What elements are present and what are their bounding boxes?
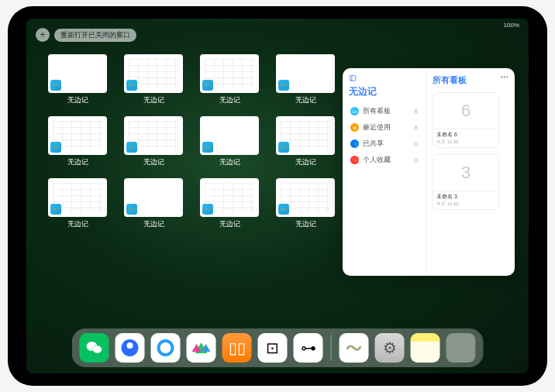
item-count: 8 (414, 108, 418, 115)
board-name: 未命名 3 (436, 193, 495, 201)
dock-app-qqbrowser[interactable] (151, 333, 181, 363)
more-icon[interactable]: ••• (500, 73, 508, 81)
sidebar-item-label: 所有看板 (363, 106, 391, 116)
app-thumbnail[interactable]: 无边记 (276, 116, 335, 167)
category-icon: 👥 (350, 139, 359, 148)
thumbnail-preview (200, 116, 259, 155)
popup-content: ••• 所有看板 6未命名 6今天 11:253未命名 3今天 11:20 (426, 68, 515, 276)
top-controls: + 重新打开已关闭的窗口 (36, 28, 136, 42)
freeform-icon (50, 142, 61, 153)
app-label: 无边记 (295, 157, 316, 167)
freeform-icon (278, 80, 289, 91)
item-count: 0 (414, 140, 418, 148)
thumbnail-preview (124, 178, 183, 217)
app-label: 无边记 (143, 95, 164, 105)
sidebar-item[interactable]: 👥已共享0 (349, 136, 419, 152)
app-thumbnail[interactable]: 无边记 (48, 178, 107, 229)
freeform-icon (126, 142, 137, 153)
reopen-closed-window-button[interactable]: 重新打开已关闭的窗口 (54, 29, 136, 42)
dock-app-qqhd[interactable] (115, 333, 145, 363)
sidebar-item-label: 最近使用 (363, 122, 391, 132)
app-thumbnail[interactable]: 无边记 (200, 116, 259, 167)
category-icon: ● (350, 123, 359, 132)
app-label: 无边记 (219, 157, 240, 167)
board-meta: 未命名 3今天 11:20 (433, 191, 498, 209)
dock-app-books[interactable]: ▯▯ (222, 333, 252, 363)
dock-app-iqiyi[interactable] (187, 333, 216, 363)
thumbnail-preview (48, 54, 107, 93)
thumbnail-preview (48, 116, 107, 155)
freeform-icon (50, 204, 61, 215)
freeform-icon (202, 204, 213, 215)
item-count: 8 (414, 124, 418, 132)
svg-rect-0 (350, 76, 356, 81)
app-label: 无边记 (219, 95, 240, 105)
screen: 100% + 重新打开已关闭的窗口 无边记无边记无边记无边记无边记无边记无边记无… (26, 19, 529, 373)
freeform-icon (202, 142, 213, 153)
app-thumbnail[interactable]: 无边记 (276, 178, 335, 229)
app-label: 无边记 (219, 219, 240, 229)
board-preview: 6 (433, 93, 498, 129)
sidebar-item-label: 个人收藏 (363, 155, 391, 165)
board-date: 今天 11:25 (436, 139, 495, 146)
ipad-frame: 100% + 重新打开已关闭的窗口 无边记无边记无边记无边记无边记无边记无边记无… (8, 6, 547, 386)
app-label: 无边记 (295, 219, 316, 229)
popup-title: 无边记 (349, 85, 419, 98)
item-count: 0 (414, 156, 418, 164)
new-window-button[interactable]: + (36, 28, 50, 42)
dock-app-wechat[interactable] (80, 333, 109, 363)
board-name: 未命名 6 (436, 131, 495, 139)
app-label: 无边记 (295, 95, 316, 105)
thumbnail-preview (200, 54, 259, 93)
category-icon: ▭ (350, 107, 359, 115)
app-thumbnail[interactable]: 无边记 (124, 116, 183, 167)
thumbnail-preview (124, 54, 183, 93)
app-thumbnail[interactable]: 无边记 (124, 54, 183, 105)
board-card[interactable]: 3未命名 3今天 11:20 (433, 154, 499, 210)
thumbnail-preview (124, 116, 183, 155)
board-card[interactable]: 6未命名 6今天 11:25 (433, 92, 499, 148)
category-icon: ♡ (350, 156, 359, 164)
freeform-popup: 无边记 ▭所有看板8●最近使用8👥已共享0♡个人收藏0 ••• 所有看板 6未命… (343, 68, 515, 276)
thumbnail-preview (276, 54, 335, 93)
app-label: 无边记 (67, 157, 88, 167)
popup-right-title: 所有看板 (433, 74, 508, 86)
app-thumbnail[interactable]: 无边记 (48, 116, 107, 167)
sidebar-item-label: 已共享 (363, 139, 384, 149)
app-thumbnail[interactable]: 无边记 (200, 54, 259, 105)
app-label: 无边记 (67, 95, 88, 105)
sidebar-item[interactable]: ▭所有看板8 (349, 103, 419, 119)
app-label: 无边记 (67, 219, 88, 229)
freeform-icon (202, 80, 213, 91)
thumbnail-preview (276, 178, 335, 217)
app-thumbnail[interactable]: 无边记 (48, 54, 107, 105)
dock-app-settings[interactable]: ⚙ (375, 333, 405, 363)
board-date: 今天 11:20 (436, 201, 495, 208)
battery-text: 100% (504, 22, 519, 29)
app-label: 无边记 (143, 219, 164, 229)
dock: ▯▯ ⊡ ⊶ ⚙ (72, 328, 484, 367)
freeform-icon (126, 204, 137, 215)
popup-sidebar: 无边记 ▭所有看板8●最近使用8👥已共享0♡个人收藏0 (343, 68, 426, 276)
dock-app-library[interactable] (446, 333, 476, 363)
sidebar-item[interactable]: ●最近使用8 (349, 119, 419, 136)
dock-app-dice[interactable]: ⊡ (258, 333, 288, 363)
thumbnail-preview (48, 178, 107, 217)
freeform-icon (278, 204, 289, 215)
dock-app-graph[interactable]: ⊶ (294, 333, 323, 363)
freeform-icon (126, 80, 137, 91)
board-preview: 3 (433, 155, 498, 191)
app-thumbnail[interactable]: 无边记 (276, 54, 335, 105)
thumbnail-preview (276, 116, 335, 155)
sidebar-icon (349, 74, 357, 82)
thumbnail-preview (200, 178, 259, 217)
svg-point-3 (93, 346, 102, 353)
sidebar-item[interactable]: ♡个人收藏0 (349, 152, 419, 168)
dock-separator (331, 335, 332, 361)
app-thumbnail[interactable]: 无边记 (124, 178, 183, 229)
freeform-icon (278, 142, 289, 153)
dock-app-notes[interactable] (411, 333, 440, 363)
app-thumbnail[interactable]: 无边记 (200, 178, 259, 229)
dock-app-freeform[interactable] (340, 333, 369, 363)
app-label: 无边记 (143, 157, 164, 167)
